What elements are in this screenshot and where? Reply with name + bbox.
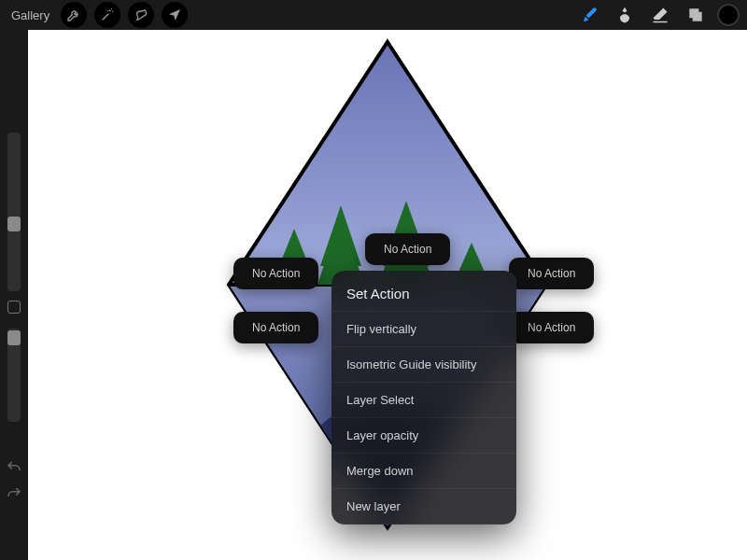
gallery-button[interactable]: Gallery	[7, 8, 53, 22]
brush-size-handle[interactable]	[7, 217, 21, 231]
set-action-popover: Set Action Flip vertically Isometric Gui…	[331, 271, 516, 525]
color-picker-button[interactable]	[717, 4, 740, 26]
action-option[interactable]: Layer Select	[331, 383, 516, 418]
toolbar-right-group	[575, 1, 740, 29]
top-toolbar: Gallery	[0, 0, 747, 30]
quickmenu-slot-left-lower[interactable]: No Action	[233, 312, 318, 343]
eraser-icon[interactable]	[646, 1, 674, 29]
redo-icon[interactable]	[6, 485, 22, 502]
popover-title: Set Action	[331, 280, 516, 312]
transform-icon[interactable]	[162, 2, 188, 28]
wrench-icon[interactable]	[61, 2, 87, 28]
quickmenu-slot-right-upper[interactable]: No Action	[509, 258, 594, 289]
popover-options-list[interactable]: Flip vertically Isometric Guide visibili…	[331, 312, 516, 525]
opacity-handle[interactable]	[7, 330, 21, 345]
quickmenu-slot-right-lower[interactable]: No Action	[509, 312, 594, 343]
modify-button[interactable]	[7, 301, 21, 314]
wand-icon[interactable]	[94, 2, 120, 28]
selection-icon[interactable]	[128, 2, 154, 28]
left-sidebar	[0, 30, 28, 560]
undo-icon[interactable]	[6, 459, 22, 476]
layers-icon[interactable]	[682, 1, 710, 29]
smudge-icon[interactable]	[611, 1, 639, 29]
brush-icon[interactable]	[575, 1, 603, 29]
quickmenu-slot-left-upper[interactable]: No Action	[233, 258, 318, 289]
brush-size-slider[interactable]	[7, 133, 21, 291]
quickmenu-slot-top[interactable]: No Action	[365, 233, 450, 265]
action-option[interactable]: New layer	[331, 489, 516, 525]
action-option[interactable]: Merge down	[331, 454, 516, 489]
opacity-slider[interactable]	[7, 329, 21, 422]
action-option[interactable]: Flip vertically	[331, 312, 516, 347]
action-option[interactable]: Isometric Guide visibility	[331, 347, 516, 383]
action-option[interactable]: Layer opacity	[331, 418, 516, 454]
toolbar-left-group: Gallery	[7, 2, 188, 28]
